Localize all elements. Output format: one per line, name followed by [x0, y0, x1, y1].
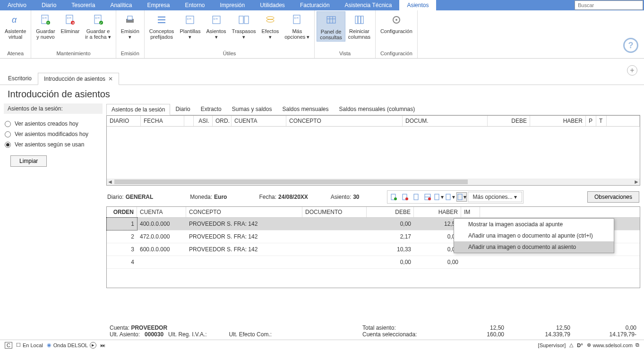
col-asi[interactable]: ASI. — [194, 116, 213, 126]
menu-entorno[interactable]: Entorno — [177, 0, 212, 10]
tool-doc-del-icon[interactable] — [400, 192, 410, 202]
search-input[interactable] — [575, 0, 643, 10]
tab-introduccion-asientos[interactable]: Introducción de asientos✕ — [38, 73, 119, 85]
svg-rect-28 — [327, 17, 335, 23]
tool-grid-dd2-icon[interactable]: ▾ — [445, 192, 455, 202]
svg-point-25 — [266, 19, 274, 22]
tool-doc-add-icon[interactable] — [388, 192, 399, 202]
status-checkbox-icon[interactable]: ☐ — [16, 342, 21, 348]
menu-asientos[interactable]: Asientos — [399, 0, 436, 10]
menu-tesoreria[interactable]: Tesorería — [64, 0, 103, 10]
subtab-asientos-sesion[interactable]: Asientos de la sesión — [106, 104, 170, 115]
col-debe[interactable]: DEBE — [488, 116, 530, 126]
col-fecha[interactable]: FECHA — [141, 116, 184, 126]
col-concepto[interactable]: CONCEPTO — [186, 207, 302, 217]
col-haber[interactable]: HABER — [414, 207, 461, 217]
col-haber[interactable]: HABER — [530, 116, 586, 126]
status-site[interactable]: www.sdelsol.com — [593, 342, 633, 348]
ribbon-emision[interactable]: Emisión ▾ — [118, 11, 142, 41]
status-window-icon[interactable]: ⧉ — [635, 342, 639, 348]
doc-x-icon: D H✕ — [62, 12, 77, 27]
ribbon-configuracion[interactable]: Configuración — [378, 11, 415, 35]
col-docum[interactable]: DOCUM. — [403, 116, 488, 126]
ribbon-asistente-virtual[interactable]: αAsistente virtual — [2, 11, 29, 41]
doc-check-icon: D H✓ — [91, 12, 106, 27]
status-d-icon[interactable]: D° — [577, 342, 583, 348]
col-t[interactable]: T — [596, 116, 607, 126]
col-concepto[interactable]: CONCEPTO — [286, 116, 403, 126]
ribbon-asientos[interactable]: D HAsientos ▾ — [203, 11, 229, 41]
status-next-icon[interactable]: ⏭ — [100, 342, 105, 348]
ribbon-traspasos[interactable]: Traspasos ▾ — [229, 11, 259, 41]
ribbon-eliminar[interactable]: D H✕Eliminar — [58, 11, 83, 35]
menu-mostrar-imagen[interactable]: Mostrar la imagen asociada al apunte — [454, 219, 614, 230]
subtab-sumas-saldos[interactable]: Sumas y saldos — [227, 103, 277, 115]
subtab-diario[interactable]: Diario — [170, 103, 195, 115]
svg-text:D H: D H — [294, 17, 299, 19]
tool-grid-dd1-icon[interactable]: ▾ — [434, 192, 444, 202]
ribbon-mas-opciones[interactable]: D HMás opciones ▾ — [282, 11, 312, 41]
ribbon-panel-consultas[interactable]: Panel de consultas — [317, 11, 345, 42]
session-grid-scrollbar[interactable]: ◄► — [107, 179, 640, 185]
menu-analitica[interactable]: Analítica — [103, 0, 139, 10]
menu-utilidades[interactable]: Utilidades — [252, 0, 292, 10]
tool-attach-dd-icon[interactable]: ▾ — [456, 192, 467, 202]
menu-diario[interactable]: Diario — [34, 0, 64, 10]
status-warn-icon[interactable]: △ — [569, 342, 573, 348]
subtab-extracto[interactable]: Extracto — [196, 103, 227, 115]
col-p[interactable]: P — [586, 116, 596, 126]
tool-grid-del-icon[interactable] — [422, 192, 433, 202]
alpha-icon: α — [8, 12, 23, 27]
svg-rect-46 — [446, 194, 450, 200]
ribbon-group-emision: Emisión — [118, 50, 142, 57]
col-cuenta[interactable]: CUENTA — [137, 207, 186, 217]
radio-segun-usan[interactable]: Ver asientos según se usan — [4, 139, 103, 150]
status-onda: Onda DELSOL — [53, 342, 88, 348]
tool-doc-icon[interactable] — [411, 192, 421, 202]
col-ord[interactable]: ORD. — [213, 116, 232, 126]
col-documento[interactable]: DOCUMENTO — [302, 207, 367, 217]
menu-archivo[interactable]: Archivo — [0, 0, 34, 10]
help-icon[interactable]: ? — [623, 38, 638, 53]
session-grid-body[interactable] — [107, 127, 640, 179]
ribbon-reiniciar-columnas[interactable]: Reiniciar columnas — [345, 11, 373, 41]
col-debe[interactable]: DEBE — [367, 207, 414, 217]
col-blank[interactable] — [184, 116, 194, 126]
ribbon-guardar-nuevo[interactable]: D H+Guardar y nuevo — [33, 11, 58, 41]
ribbon-group-vista: Vista — [317, 50, 373, 57]
tab-escritorio[interactable]: Escritorio — [2, 72, 38, 85]
more-options-button[interactable]: Más opciones... ▾ — [468, 192, 522, 202]
context-menu: Mostrar la imagen asociada al apunte Aña… — [454, 218, 614, 253]
menu-asistencia[interactable]: Asistencia Técnica — [337, 0, 400, 10]
ribbon-group-configuracion: Configuración — [378, 50, 415, 57]
subtab-saldos-mensuales[interactable]: Saldos mensuales — [277, 103, 334, 115]
menu-empresa[interactable]: Empresa — [139, 0, 177, 10]
menu-anadir-imagen-apunte[interactable]: Añadir una imagen o documento al apunte … — [454, 230, 614, 241]
radio-creados-hoy[interactable]: Ver asientos creados hoy — [4, 119, 103, 129]
menu-anadir-imagen-asiento[interactable]: Añadir una imagen o documento al asiento — [454, 241, 614, 253]
ribbon-guardar-fecha[interactable]: D H✓Guardar e ir a fecha ▾ — [82, 11, 113, 41]
printer-icon — [122, 12, 137, 27]
add-tab-button[interactable]: + — [627, 65, 637, 76]
ribbon-conceptos[interactable]: Conceptos prefijados — [146, 11, 177, 41]
radio-modificados-hoy[interactable]: Ver asientos modificados hoy — [4, 129, 103, 139]
scroll-right-icon[interactable]: ► — [633, 179, 640, 185]
observaciones-button[interactable]: Observaciones — [587, 191, 639, 203]
menu-facturacion[interactable]: Facturación — [292, 0, 337, 10]
col-cuenta[interactable]: CUENTA — [232, 116, 286, 126]
menu-impresion[interactable]: Impresión — [212, 0, 252, 10]
status-c-icon[interactable]: C — [5, 342, 12, 349]
subtab-saldos-columnas[interactable]: Saldos mensuales (columnas) — [334, 103, 421, 115]
status-play-icon[interactable]: ▸ — [90, 342, 96, 349]
status-globe-icon[interactable]: ⊕ — [587, 342, 591, 348]
status-wifi-icon[interactable]: ◉ — [47, 342, 52, 348]
col-diario[interactable]: DIARIO — [107, 116, 141, 126]
close-icon[interactable]: ✕ — [108, 76, 113, 82]
col-im[interactable]: IM — [461, 207, 480, 217]
scroll-left-icon[interactable]: ◄ — [107, 179, 113, 185]
table-row[interactable]: 40,000,00 — [107, 256, 640, 269]
ribbon-efectos[interactable]: Efectos ▾ — [259, 11, 282, 41]
col-orden[interactable]: ORDEN — [107, 207, 137, 217]
ribbon-plantillas[interactable]: D HPlantillas ▾ — [177, 11, 203, 41]
limpiar-button[interactable]: Limpiar — [10, 155, 47, 167]
